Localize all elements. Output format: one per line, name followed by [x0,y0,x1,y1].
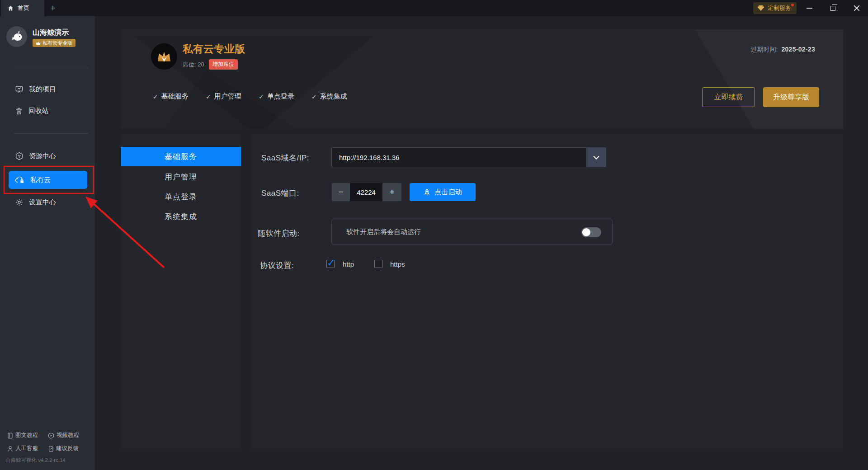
feature-item: ✓ 系统集成 [311,92,364,101]
renew-button[interactable]: 立即续费 [702,87,755,107]
expire-info: 过期时间: 2025-02-23 [750,46,815,54]
plan-title: 私有云专业版 [183,42,245,56]
chevron-down-icon [593,155,599,160]
app-version: 山海鲸可视化 v4.2.2-rc.14 [5,457,66,464]
gem-icon [757,5,764,11]
start-service-button[interactable]: 点击启动 [410,183,476,201]
port-input[interactable] [350,183,382,201]
port-increment-button[interactable]: + [382,183,401,201]
divider [14,68,88,68]
protocol-label: 协议设置: [260,260,294,271]
footer-link-label: 视频教程 [57,432,79,439]
sidebar-item-label: 设置中心 [29,198,56,207]
titlebar: 首页 + 定制服务 [0,0,868,16]
domain-dropdown-button[interactable] [586,147,606,167]
protocol-option-label: http [343,260,354,268]
feature-item: ✓ 用户管理 [206,92,259,101]
feature-item: ✓ 基础服务 [153,92,206,101]
port-decrement-button[interactable]: − [332,183,350,201]
user-avatar[interactable] [6,26,27,47]
feature-label: 基础服务 [161,92,189,101]
domain-label: SaaS域名/IP: [261,153,309,163]
custom-service-button[interactable]: 定制服务 [753,2,797,14]
plan-crown-logo [151,43,177,70]
add-seats-button[interactable]: 增加席位 [209,59,238,70]
minimize-icon [807,8,812,9]
domain-input[interactable] [331,147,586,167]
crown-icon [36,41,41,45]
checkbox-https[interactable]: ✓ [374,260,382,268]
minimize-button[interactable] [802,0,816,16]
upgrade-button[interactable]: 升级尊享版 [763,87,819,107]
footer-link-doc-tutorial[interactable]: 图文教程 [7,432,38,439]
seats-label: 席位: 20 [183,61,204,69]
sidebar-item-label: 资源中心 [29,152,56,160]
close-button[interactable] [850,0,863,16]
sidebar-item-settings-center[interactable]: 设置中心 [0,194,95,210]
checkbox-http[interactable]: ✓ [326,260,335,268]
feature-item: ✓ 单点登录 [259,92,311,101]
person-icon [7,446,13,452]
custom-service-label: 定制服务 [768,4,791,12]
autostart-label: 随软件启动: [258,228,300,239]
check-icon: ✓ [259,93,264,100]
settings-form-panel: SaaS域名/IP: SaaS端口: − + 点击启动 随软件启动: 软件 [251,134,843,449]
sidebar-item-private-cloud[interactable]: 私有云 [9,171,87,189]
check-icon: ✓ [153,93,158,100]
expire-date: 2025-02-23 [781,46,815,54]
tab-basic-services[interactable]: 基础服务 [121,147,241,166]
sidebar-item-recycle-bin[interactable]: 回收站 [0,103,95,118]
autostart-box: 软件开启后将会自动运行 [331,220,613,244]
sidebar: 山海鲸演示 私有云专业版 我的项目 回收站 [0,16,95,470]
tab-home[interactable]: 首页 [1,0,44,16]
protocol-option-label: https [390,260,405,268]
expire-label: 过期时间: [750,46,778,54]
tab-single-sign-on[interactable]: 单点登录 [121,187,241,207]
footer-link-support[interactable]: 人工客服 [7,445,38,452]
autostart-hint: 软件开启后将会自动运行 [346,228,421,236]
sidebar-item-label: 回收站 [28,107,49,115]
footer-link-feedback[interactable]: 建议反馈 [48,445,79,452]
footer-link-label: 图文教程 [15,432,38,439]
play-circle-icon [48,432,54,439]
new-tab-button[interactable]: + [46,0,60,16]
tab-system-integration[interactable]: 系统集成 [121,207,241,226]
close-icon [854,5,860,11]
app-window: 首页 + 定制服务 山海鲸演示 [0,0,868,470]
footer-link-label: 人工客服 [15,445,38,452]
whale-icon [10,30,24,43]
presentation-icon [15,85,24,94]
tab-home-label: 首页 [18,4,29,12]
book-icon [7,432,13,439]
sidebar-item-label: 我的项目 [29,85,56,94]
cloud-lock-icon [15,175,25,184]
sidebar-item-label: 私有云 [30,176,51,184]
feature-list: ✓ 基础服务 ✓ 用户管理 ✓ 单点登录 ✓ 系统集成 [153,92,364,101]
user-name: 山海鲸演示 [33,28,69,38]
sidebar-item-resource-center[interactable]: 资源中心 [0,148,95,164]
feature-label: 用户管理 [214,92,241,101]
feedback-doc-icon [48,446,54,452]
rocket-icon [424,188,430,196]
divider [14,133,88,134]
trash-icon [15,107,23,115]
hexagon-icon [15,152,24,160]
feature-label: 单点登录 [267,92,294,101]
footer-link-label: 建议反馈 [56,445,79,452]
start-service-label: 点击启动 [435,188,462,197]
sidebar-item-my-projects[interactable]: 我的项目 [0,81,95,97]
toggle-knob [582,228,590,236]
restore-icon [830,6,835,11]
restore-button[interactable] [826,0,840,16]
tab-user-management[interactable]: 用户管理 [121,167,241,187]
feature-label: 系统集成 [320,92,347,101]
settings-tab-panel: 基础服务 用户管理 单点登录 系统集成 [121,134,241,449]
port-label: SaaS端口: [261,188,299,198]
user-plan-badge: 私有云专业版 [33,39,75,47]
gear-icon [15,198,24,207]
plan-header-panel: 私有云专业版 席位: 20 增加席位 ✓ 基础服务 ✓ 用户管理 ✓ 单点登录 … [121,29,843,129]
autostart-toggle[interactable] [581,227,601,237]
home-icon [7,5,14,12]
footer-link-video-tutorial[interactable]: 视频教程 [48,432,79,439]
check-icon: ✓ [311,93,317,100]
